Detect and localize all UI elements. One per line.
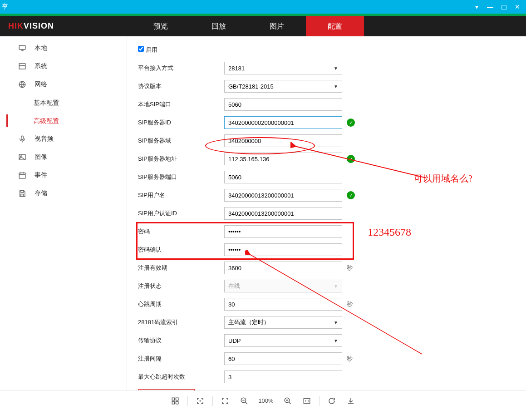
tab-playback[interactable]: 回放 — [190, 16, 248, 36]
sidebar-label: 网络 — [34, 80, 47, 89]
input-sip-server-port[interactable] — [224, 171, 342, 183]
unit-seconds: 秒 — [347, 300, 353, 308]
select-protocol-version[interactable]: GB/T28181-2015▼ — [224, 80, 342, 93]
row-sip-server-port: SIP服务器端口 — [138, 168, 517, 186]
input-sip-server-addr[interactable] — [224, 153, 342, 165]
save-icon — [17, 188, 27, 198]
input-heartbeat-period[interactable] — [224, 298, 342, 311]
caret-down-icon: ▼ — [334, 284, 338, 289]
input-max-heartbeat-timeout[interactable] — [224, 371, 342, 383]
row-sip-server-domain: SIP服务器域 — [138, 132, 517, 150]
sidebar-item-local[interactable]: 本地 — [0, 39, 127, 57]
row-protocol-version: 协议版本 GB/T28181-2015▼ — [138, 77, 517, 95]
label-heartbeat-period: 心跳周期 — [138, 300, 224, 308]
sidebar-item-image[interactable]: 图像 — [0, 148, 127, 166]
input-local-sip-port[interactable] — [224, 98, 342, 111]
sidebar-sub-advanced[interactable]: 高级配置 — [0, 112, 127, 130]
row-local-sip-port: 本地SIP端口 — [138, 95, 517, 114]
sidebar-label: 图像 — [34, 153, 47, 161]
window-maximize-button[interactable]: ▢ — [498, 2, 510, 11]
sidebar-item-storage[interactable]: 存储 — [0, 184, 127, 203]
sidebar-item-event[interactable]: 事件 — [0, 166, 127, 184]
input-password-confirm[interactable] — [224, 243, 342, 256]
focus-mode-button[interactable] — [192, 393, 208, 409]
label-transport: 传输协议 — [138, 336, 224, 345]
row-access-mode: 平台接入方式 28181▼ — [138, 59, 517, 77]
check-ok-icon: ✓ — [347, 155, 355, 163]
svg-rect-18 — [172, 398, 174, 400]
zoom-in-button[interactable] — [280, 393, 295, 409]
input-reg-validity[interactable] — [224, 262, 342, 274]
svg-rect-0 — [19, 45, 25, 49]
window-close-button[interactable]: ✕ — [511, 2, 523, 11]
image-icon — [17, 152, 27, 162]
select-access-mode[interactable]: 28181▼ — [224, 62, 342, 74]
top-bar: HIKVISION 预览 回放 图片 配置 — [0, 16, 526, 36]
sidebar-label: 视音频 — [34, 135, 54, 143]
tab-config[interactable]: 配置 — [306, 16, 364, 36]
svg-point-22 — [200, 400, 201, 401]
label-local-sip-port: 本地SIP端口 — [138, 100, 224, 109]
input-reg-interval[interactable] — [224, 352, 342, 365]
sidebar-label: 存储 — [34, 189, 47, 198]
sidebar-label: 系统 — [34, 62, 47, 70]
enable-checkbox-label[interactable]: 启用 — [138, 46, 157, 53]
select-transport[interactable]: UDP▼ — [224, 334, 342, 347]
toolbar-separator — [319, 396, 320, 406]
sidebar-item-system[interactable]: 系统 — [0, 57, 127, 75]
toolbar-separator — [212, 396, 213, 406]
svg-line-27 — [289, 402, 291, 404]
caret-down-icon: ▼ — [334, 84, 338, 89]
row-password-confirm: 密码确认 — [138, 241, 517, 259]
row-enable: 启用 — [138, 41, 517, 59]
globe-icon — [17, 79, 27, 89]
tab-preview[interactable]: 预览 — [132, 16, 190, 36]
sidebar-sub-basic[interactable]: 基本配置 — [0, 94, 127, 112]
toolbar-separator — [187, 396, 188, 406]
zoom-out-button[interactable] — [236, 393, 252, 409]
select-reg-status: 在线▼ — [224, 280, 342, 292]
label-sip-server-id: SIP服务器ID — [138, 119, 224, 127]
input-sip-username[interactable] — [224, 189, 342, 202]
label-reg-validity: 注册有效期 — [138, 264, 224, 272]
monitor-icon — [17, 43, 27, 53]
label-reg-interval: 注册间隔 — [138, 355, 224, 363]
input-sip-server-id[interactable] — [224, 116, 342, 129]
sidebar-label: 本地 — [34, 44, 47, 52]
mic-icon — [17, 134, 27, 144]
calendar-icon — [17, 170, 27, 180]
caret-down-icon: ▼ — [334, 66, 338, 71]
svg-text:1:1: 1:1 — [305, 400, 310, 403]
svg-rect-19 — [176, 398, 178, 400]
input-sip-server-domain[interactable] — [224, 134, 342, 147]
window-minimize-button[interactable]: — — [484, 2, 496, 11]
row-heartbeat-period: 心跳周期 秒 — [138, 295, 517, 313]
content-area: 启用 平台接入方式 28181▼ 协议版本 GB/T28181-2015▼ 本地… — [127, 36, 526, 390]
row-reg-status: 注册状态 在线▼ — [138, 277, 517, 295]
brand-logo: HIKVISION — [0, 21, 77, 31]
fit-screen-button[interactable] — [217, 393, 233, 409]
video-channel-id-button[interactable]: 视频通道编码ID — [138, 389, 195, 390]
select-stream-index[interactable]: 主码流（定时）▼ — [224, 316, 342, 329]
caret-down-icon: ▼ — [334, 338, 338, 343]
label-max-heartbeat-timeout: 最大心跳超时次数 — [138, 373, 224, 381]
row-channel-button: 视频通道编码ID — [138, 386, 517, 390]
row-transport: 传输协议 UDP▼ — [138, 331, 517, 350]
tab-picture[interactable]: 图片 — [248, 16, 306, 36]
enable-checkbox[interactable] — [138, 46, 144, 52]
actual-size-button[interactable]: 1:1 — [299, 393, 315, 409]
input-password[interactable] — [224, 225, 342, 238]
layout-icon — [17, 61, 27, 71]
svg-rect-14 — [21, 190, 24, 193]
label-stream-index: 28181码流索引 — [138, 318, 224, 326]
layout-grid-button[interactable] — [167, 393, 183, 409]
svg-rect-6 — [21, 136, 24, 139]
download-button[interactable] — [343, 393, 359, 409]
input-sip-auth-id[interactable] — [224, 207, 342, 220]
sidebar-item-network[interactable]: 网络 — [0, 75, 127, 94]
top-nav: 预览 回放 图片 配置 — [77, 16, 526, 36]
window-dropdown-button[interactable]: ▾ — [471, 2, 482, 11]
label-sip-server-addr: SIP服务器地址 — [138, 155, 224, 163]
rotate-button[interactable] — [324, 393, 339, 409]
sidebar-item-audiovideo[interactable]: 视音频 — [0, 130, 127, 148]
